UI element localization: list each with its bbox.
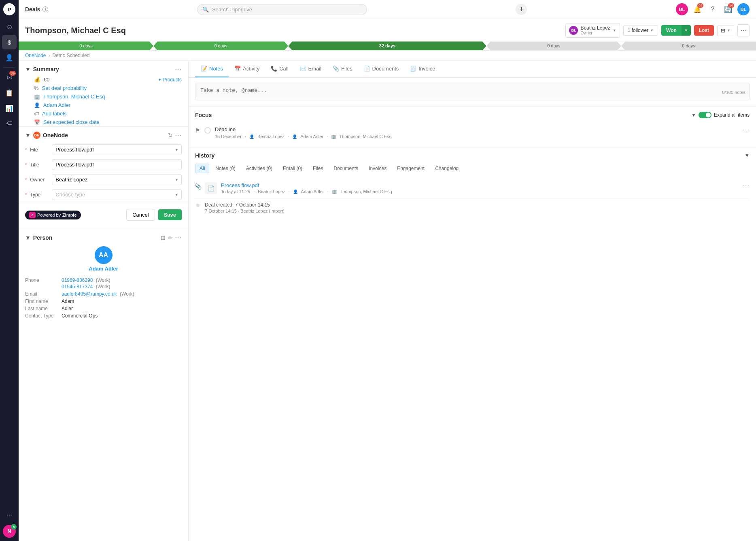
save-button[interactable]: Save bbox=[158, 209, 182, 220]
tab-files[interactable]: 📎 Files bbox=[327, 61, 358, 77]
file-select[interactable]: Process flow.pdf bbox=[52, 144, 182, 155]
pipeline-stage-5[interactable]: 0 days bbox=[621, 41, 756, 50]
nav-bottom-avatar[interactable]: N 5 bbox=[3, 525, 16, 538]
pipeline-stage-2[interactable]: 0 days bbox=[153, 41, 288, 50]
title-input[interactable] bbox=[52, 159, 182, 170]
focus-check[interactable] bbox=[204, 127, 211, 134]
call-tab-icon: 📞 bbox=[271, 66, 277, 72]
person-card: AA Adam Adler bbox=[19, 245, 188, 275]
note-input[interactable] bbox=[195, 83, 750, 100]
owner-chevron-icon: ▼ bbox=[613, 28, 616, 32]
pipeline-stage-3[interactable]: 32 days bbox=[288, 41, 486, 50]
history-tab-files[interactable]: Files bbox=[308, 164, 327, 173]
history-org: Thompson, Michael C Esq bbox=[340, 189, 392, 194]
history-item-more-icon[interactable]: ··· bbox=[743, 182, 750, 190]
cancel-button[interactable]: Cancel bbox=[126, 209, 155, 221]
onenode-more-icon[interactable]: ··· bbox=[175, 132, 182, 139]
phone-line-1: 01969-886298 (Work) bbox=[62, 277, 182, 283]
add-products-link[interactable]: + Products bbox=[158, 77, 182, 83]
focus-chevron-icon[interactable]: ▼ bbox=[691, 112, 696, 118]
help-icon[interactable]: ? bbox=[707, 3, 719, 15]
person-more-icon[interactable]: ··· bbox=[175, 234, 182, 241]
owner-select[interactable]: Beatriz Lopez bbox=[52, 174, 182, 185]
nav-logo[interactable]: P bbox=[3, 3, 15, 15]
history-tab-changelog[interactable]: Changelog bbox=[431, 164, 463, 173]
contact-link[interactable]: Thompson, Michael C Esq bbox=[43, 94, 105, 100]
updates-icon[interactable]: 🔄 14 bbox=[722, 3, 734, 15]
follower-button[interactable]: 1 follower ▼ bbox=[623, 25, 658, 36]
focus-item-more-icon[interactable]: ··· bbox=[743, 126, 750, 134]
view-toggle-button[interactable]: ⊞ ▼ bbox=[717, 25, 734, 36]
label-icon: 🏷 bbox=[34, 111, 39, 117]
nav-item-contacts[interactable]: 👤 bbox=[2, 50, 17, 65]
nav-item-home[interactable]: ⊙ bbox=[2, 19, 17, 34]
summary-more-icon[interactable]: ··· bbox=[175, 66, 182, 73]
phone-row-1: Phone 01969-886298 (Work) 01545-817374 (… bbox=[25, 277, 182, 290]
last-name-value: Adler bbox=[62, 306, 73, 311]
phone-1-link[interactable]: 01969-886298 bbox=[62, 277, 93, 283]
pipeline-stage-1[interactable]: 0 days bbox=[19, 41, 153, 50]
breadcrumb-org[interactable]: OneNode bbox=[25, 53, 46, 58]
history-chevron-icon[interactable]: ▼ bbox=[745, 153, 750, 158]
person-link[interactable]: Adam Adler bbox=[43, 102, 70, 108]
last-name-row: Last name Adler bbox=[25, 305, 182, 312]
set-close-date-link[interactable]: Set expected close date bbox=[43, 119, 100, 125]
add-labels-link[interactable]: Add labels bbox=[42, 111, 67, 117]
owner-badge[interactable]: BL Beatriz Lopez Owner ▼ bbox=[565, 23, 620, 38]
person-edit-icon[interactable]: ✏ bbox=[168, 234, 173, 241]
won-button-group: Won ▼ bbox=[661, 25, 691, 36]
history-tab-invoices[interactable]: Invoices bbox=[364, 164, 391, 173]
won-dropdown-button[interactable]: ▼ bbox=[682, 25, 691, 36]
pipeline-stage-4[interactable]: 0 days bbox=[486, 41, 621, 50]
tab-email[interactable]: ✉️ Email bbox=[294, 61, 327, 77]
onenode-refresh-icon[interactable]: ↻ bbox=[168, 132, 173, 138]
history-created-content: Deal created: 7 October 14:15 7 October … bbox=[205, 202, 285, 213]
set-deal-probability-link[interactable]: Set deal probability bbox=[42, 85, 87, 91]
notification-icon[interactable]: 🔔 65 bbox=[691, 3, 703, 15]
history-tab-activities[interactable]: Activities (0) bbox=[242, 164, 277, 173]
person-name-link[interactable]: Adam Adler bbox=[89, 266, 118, 272]
search-placeholder: Search Pipedrive bbox=[212, 6, 252, 13]
history-tab-notes[interactable]: Notes (0) bbox=[211, 164, 240, 173]
focus-person: Adam Adler bbox=[300, 134, 323, 139]
history-tab-engagement[interactable]: Engagement bbox=[393, 164, 429, 173]
nav-item-products[interactable]: 🏷 bbox=[2, 116, 17, 131]
tab-documents[interactable]: 📄 Documents bbox=[358, 61, 405, 77]
won-button[interactable]: Won bbox=[661, 25, 682, 36]
lost-button[interactable]: Lost bbox=[694, 25, 714, 36]
email-link[interactable]: aadler8495@rampy.co.uk bbox=[62, 291, 117, 297]
phone-2-link[interactable]: 01545-817374 bbox=[62, 284, 93, 290]
person-filter-icon[interactable]: ⊞ bbox=[161, 234, 166, 241]
info-icon[interactable]: ℹ bbox=[42, 6, 48, 12]
follower-label: 1 follower bbox=[628, 28, 648, 33]
avatar-primary[interactable]: BL bbox=[676, 3, 688, 15]
nav-item-inbox[interactable]: ✉ 39 bbox=[2, 70, 17, 85]
history-tab-email[interactable]: Email (0) bbox=[278, 164, 307, 173]
history-filename-link[interactable]: Process flow.pdf bbox=[221, 182, 259, 188]
focus-item-meta: 16 December · 👤 Beatriz Lopez · 👤 Adam A… bbox=[215, 134, 739, 139]
onenode-collapse-icon[interactable]: ▼ bbox=[25, 132, 31, 138]
person-collapse-icon[interactable]: ▼ bbox=[25, 234, 31, 241]
main-content: Deals ℹ 🔍 Search Pipedrive + BL 🔔 65 ? 🔄… bbox=[19, 0, 756, 541]
breadcrumb-stage: Demo Scheduled bbox=[52, 53, 89, 58]
summary-collapse-icon[interactable]: ▼ bbox=[25, 66, 31, 72]
history-tab-all[interactable]: All bbox=[195, 164, 209, 173]
nav-item-more[interactable]: ··· bbox=[2, 508, 17, 522]
toggle-switch[interactable] bbox=[699, 112, 711, 118]
tab-activity[interactable]: 📅 Activity bbox=[229, 61, 265, 77]
more-options-button[interactable]: ··· bbox=[737, 24, 750, 36]
type-select[interactable]: Choose type bbox=[52, 189, 182, 200]
add-button[interactable]: + bbox=[516, 4, 527, 15]
labels-row: 🏷 Add labels bbox=[19, 109, 188, 118]
search-box[interactable]: 🔍 Search Pipedrive bbox=[197, 4, 367, 15]
tab-notes[interactable]: 📝 Notes bbox=[195, 61, 229, 77]
history-tab-documents[interactable]: Documents bbox=[329, 164, 363, 173]
nav-item-deals[interactable]: $ bbox=[2, 35, 17, 49]
phone-1-type: (Work) bbox=[96, 277, 110, 283]
nav-item-reports[interactable]: 📊 bbox=[2, 101, 17, 115]
expand-toggle[interactable]: Expand all items bbox=[699, 112, 750, 118]
user-avatar[interactable]: BL bbox=[737, 3, 750, 15]
nav-item-activities[interactable]: 📋 bbox=[2, 85, 17, 100]
tab-call[interactable]: 📞 Call bbox=[265, 61, 294, 77]
tab-invoice[interactable]: 🧾 Invoice bbox=[404, 61, 441, 77]
